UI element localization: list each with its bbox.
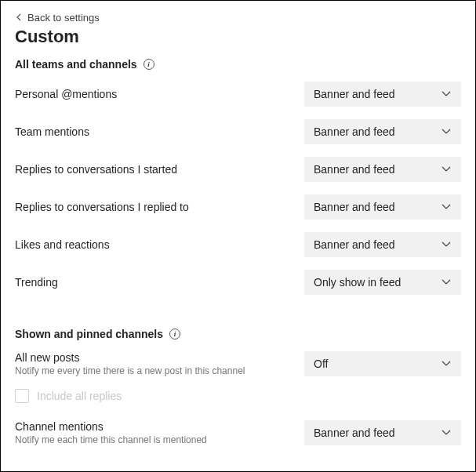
chevron-down-icon xyxy=(441,125,452,139)
dropdown-value: Banner and feed xyxy=(314,238,395,251)
info-icon[interactable]: i xyxy=(169,329,180,339)
dropdown-replies-replied[interactable]: Banner and feed xyxy=(304,194,461,220)
section-shown-pinned-header: Shown and pinned channels i xyxy=(15,328,461,340)
dropdown-channel-mentions[interactable]: Banner and feed xyxy=(304,420,461,445)
chevron-down-icon xyxy=(441,427,452,440)
dropdown-value: Banner and feed xyxy=(314,201,395,213)
row-label: Likes and reactions xyxy=(15,238,110,251)
dropdown-value: Banner and feed xyxy=(314,125,395,138)
chevron-down-icon xyxy=(441,163,452,176)
row-personal-mentions: Personal @mentions Banner and feed xyxy=(15,82,461,107)
page-title: Custom xyxy=(15,27,461,47)
row-trending: Trending Only show in feed xyxy=(15,270,461,295)
back-label: Back to settings xyxy=(27,12,100,24)
dropdown-personal-mentions[interactable]: Banner and feed xyxy=(304,82,461,107)
dropdown-trending[interactable]: Only show in feed xyxy=(304,270,461,295)
chevron-down-icon xyxy=(441,276,452,289)
checkbox-label: Include all replies xyxy=(37,390,122,402)
dropdown-value: Banner and feed xyxy=(314,163,395,176)
row-label: All new posts xyxy=(15,351,245,364)
section-title: Shown and pinned channels xyxy=(15,328,163,340)
row-label: Trending xyxy=(15,276,58,289)
row-replies-started: Replies to conversations I started Banne… xyxy=(15,157,461,182)
row-label: Replies to conversations I started xyxy=(15,163,177,176)
chevron-down-icon xyxy=(441,88,452,101)
checkbox-icon xyxy=(15,389,29,403)
row-channel-mentions: Channel mentions Notify me each time thi… xyxy=(15,420,461,445)
back-to-settings-link[interactable]: Back to settings xyxy=(15,12,461,24)
dropdown-value: Banner and feed xyxy=(314,88,395,100)
dropdown-likes-reactions[interactable]: Banner and feed xyxy=(304,232,461,257)
dropdown-replies-started[interactable]: Banner and feed xyxy=(304,157,461,182)
row-label: Personal @mentions xyxy=(15,88,117,100)
dropdown-value: Off xyxy=(314,358,328,370)
row-replies-replied: Replies to conversations I replied to Ba… xyxy=(15,194,461,220)
dropdown-value: Banner and feed xyxy=(314,427,395,439)
section-title: All teams and channels xyxy=(15,58,137,71)
chevron-down-icon xyxy=(441,201,452,214)
chevron-down-icon xyxy=(441,358,452,371)
chevron-left-icon xyxy=(15,12,23,24)
info-icon[interactable]: i xyxy=(144,59,154,70)
dropdown-value: Only show in feed xyxy=(314,276,401,289)
row-sublabel: Notify me every time there is a new post… xyxy=(15,365,245,376)
row-team-mentions: Team mentions Banner and feed xyxy=(15,119,461,144)
dropdown-team-mentions[interactable]: Banner and feed xyxy=(304,119,461,144)
row-label: Channel mentions xyxy=(15,420,207,433)
section-all-teams-header: All teams and channels i xyxy=(15,58,461,71)
row-label: Replies to conversations I replied to xyxy=(15,201,189,213)
row-all-new-posts: All new posts Notify me every time there… xyxy=(15,351,461,376)
row-label: Team mentions xyxy=(15,125,89,138)
chevron-down-icon xyxy=(441,238,452,252)
row-sublabel: Notify me each time this channel is ment… xyxy=(15,434,207,445)
dropdown-all-new-posts[interactable]: Off xyxy=(304,351,461,376)
include-all-replies-checkbox: Include all replies xyxy=(15,389,461,403)
row-likes-reactions: Likes and reactions Banner and feed xyxy=(15,232,461,257)
